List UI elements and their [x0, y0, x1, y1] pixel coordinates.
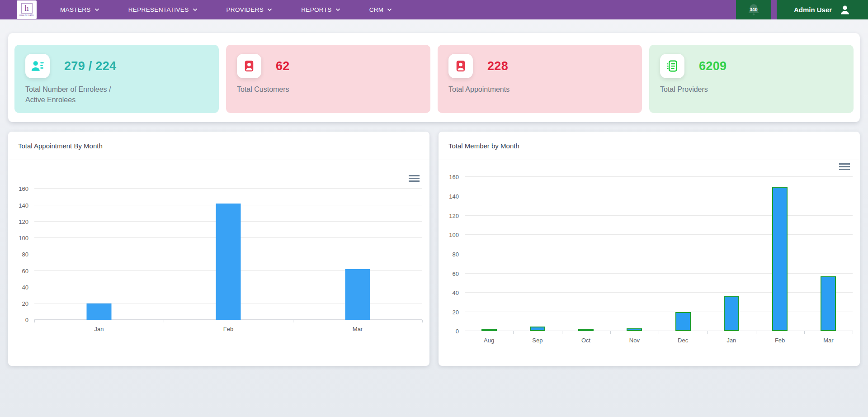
x-axis-label: Mar: [353, 326, 363, 332]
bar-feb[interactable]: [772, 187, 788, 332]
bar-sep[interactable]: [530, 327, 545, 332]
bar-mar[interactable]: [345, 269, 370, 320]
stat-card-top: 6209: [660, 54, 843, 78]
x-axis-label: Dec: [678, 337, 688, 344]
stat-value: 62: [276, 59, 290, 73]
y-axis: 020406080100120140160: [13, 189, 34, 320]
stat-value: 228: [487, 59, 508, 73]
hamburger-icon[interactable]: [839, 163, 850, 170]
nav-item-representatives[interactable]: REPRESENTATIVES: [128, 6, 198, 13]
hamburger-icon[interactable]: [409, 175, 420, 182]
nav-item-reports[interactable]: REPORTS: [301, 6, 340, 13]
chevron-down-icon: [94, 8, 99, 11]
stat-card-customers[interactable]: 62Total Customers: [226, 45, 430, 113]
charts-row: Total Appointment By Month 0204060801001…: [8, 132, 860, 366]
stat-label: Total Number of Enrolees / Active Enrole…: [25, 84, 208, 105]
top-navbar: h HEALTH CARE MASTERSREPRESENTATIVESPROV…: [0, 0, 868, 19]
plot-area: [34, 189, 422, 320]
user-list-icon: [31, 59, 44, 73]
y-axis-label: 20: [453, 308, 459, 315]
stats-row: 279 / 224Total Number of Enrolees / Acti…: [14, 45, 854, 113]
gridline: [34, 188, 422, 189]
notifications-button[interactable]: 340: [736, 0, 771, 19]
user-menu-button[interactable]: Admin User: [777, 0, 868, 19]
stat-card-providers[interactable]: 6209Total Providers: [649, 45, 854, 113]
gridline: [465, 273, 853, 274]
bar-jan[interactable]: [724, 296, 739, 332]
stats-panel: 279 / 224Total Number of Enrolees / Acti…: [8, 33, 860, 122]
chart-body: 020406080100120140160 JanFebMar: [8, 189, 429, 336]
logo-caption: HEALTH CARE: [19, 14, 34, 16]
y-axis-label: 80: [22, 251, 28, 258]
nav-item-masters[interactable]: MASTERS: [60, 6, 99, 13]
stat-icon-box: [25, 54, 50, 78]
y-axis-label: 140: [19, 202, 28, 208]
y-axis-label: 160: [449, 174, 459, 180]
stat-card-top: 279 / 224: [25, 54, 208, 78]
chevron-down-icon: [387, 8, 392, 11]
nav-item-label: PROVIDERS: [226, 6, 264, 13]
user-icon: [839, 4, 851, 16]
y-axis-label: 0: [456, 328, 459, 335]
y-axis-label: 40: [453, 289, 459, 296]
gridline: [465, 312, 853, 312]
x-axis-label: Sep: [532, 337, 542, 344]
stat-icon-box: [660, 54, 684, 78]
stat-value: 279 / 224: [64, 59, 116, 73]
bar-jan[interactable]: [86, 303, 111, 320]
bar-mar[interactable]: [821, 276, 836, 331]
nav-item-crm[interactable]: CRM: [369, 6, 392, 13]
bar-dec[interactable]: [675, 312, 691, 332]
chart-body: 020406080100120140160 AugSepOctNovDecJan…: [439, 177, 860, 347]
stat-card-top: 62: [237, 54, 420, 78]
stat-card-top: 228: [448, 54, 631, 78]
y-axis-label: 140: [449, 193, 459, 200]
nav-item-providers[interactable]: PROVIDERS: [226, 6, 273, 13]
chart-header: Total Appointment By Month: [8, 132, 429, 160]
stat-card-enrolees[interactable]: 279 / 224Total Number of Enrolees / Acti…: [14, 45, 219, 113]
x-axis-tick: [853, 331, 853, 334]
stat-icon-box: [237, 54, 261, 78]
bar-feb[interactable]: [216, 204, 241, 320]
chevron-down-icon: [267, 8, 272, 11]
list-book-icon: [665, 59, 679, 73]
chart-title: Total Member by Month: [448, 142, 519, 150]
chevron-down-icon: [193, 8, 198, 11]
user-name-label: Admin User: [794, 6, 832, 14]
nav-item-label: CRM: [369, 6, 384, 13]
main-content: 279 / 224Total Number of Enrolees / Acti…: [0, 33, 868, 366]
x-axis-label: Mar: [823, 337, 833, 344]
y-axis-label: 100: [449, 232, 459, 238]
x-axis-label: Feb: [223, 326, 233, 332]
chart-header: Total Member by Month: [439, 132, 860, 160]
y-axis: 020406080100120140160: [443, 177, 465, 331]
x-axis: AugSepOctNovDecJanFebMar: [465, 331, 853, 347]
stat-icon-box: [448, 54, 473, 78]
x-axis-label: Aug: [484, 337, 494, 344]
gridline: [465, 196, 853, 196]
x-axis-label: Jan: [94, 326, 104, 332]
x-axis-label: Jan: [726, 337, 736, 344]
gridline: [465, 176, 853, 177]
stat-card-appointments[interactable]: 228Total Appointments: [438, 45, 642, 113]
y-axis-label: 60: [453, 270, 459, 277]
plot-area: [465, 177, 853, 331]
y-axis-label: 60: [22, 267, 28, 274]
contact-card-icon: [242, 59, 256, 73]
y-axis-label: 40: [22, 284, 28, 290]
chart-card-members-by-month: Total Member by Month 020406080100120140…: [439, 132, 860, 366]
notification-count-badge: 340: [750, 7, 758, 12]
x-axis-tick: [422, 320, 423, 322]
dashboard-page: h HEALTH CARE MASTERSREPRESENTATIVESPROV…: [0, 0, 868, 417]
x-axis: JanFebMar: [34, 320, 422, 336]
gridline: [465, 292, 853, 293]
logo-letter: h: [21, 3, 33, 14]
stat-label: Total Providers: [660, 84, 843, 95]
gridline: [465, 254, 853, 254]
nav-item-label: MASTERS: [60, 6, 91, 13]
stat-label: Total Customers: [237, 84, 420, 95]
nav-item-label: REPRESENTATIVES: [128, 6, 189, 13]
stat-label: Total Appointments: [448, 84, 631, 95]
app-logo[interactable]: h HEALTH CARE: [17, 0, 37, 19]
x-axis-label: Nov: [629, 337, 640, 344]
